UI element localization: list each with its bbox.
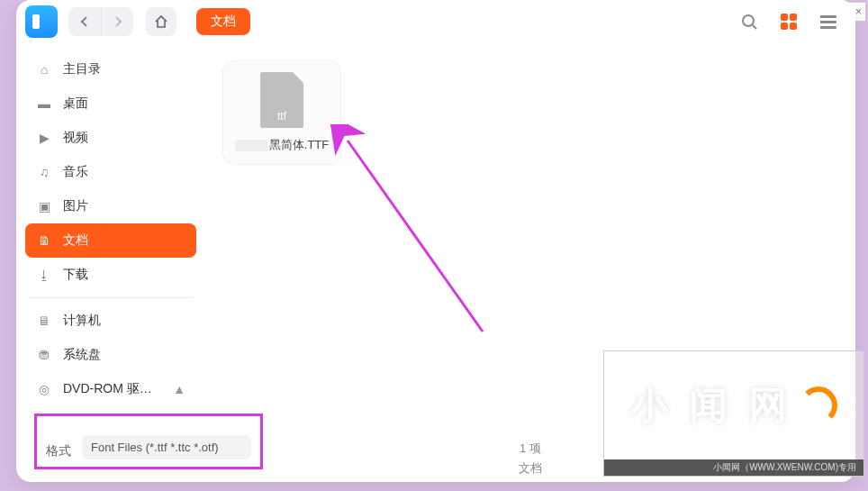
sidebar-item-label: 视频 [63,130,88,146]
eject-icon[interactable]: ▲ [173,382,185,396]
sidebar-device-label: 计算机 [63,313,101,329]
sidebar-device-1[interactable]: ⛃系统盘 [25,338,196,372]
sidebar-item-6[interactable]: ⭳下载 [25,258,196,292]
format-dropdown[interactable]: Font Files (*.ttf *.ttc *.otf) [82,435,251,459]
sidebar-item-1[interactable]: ▬桌面 [25,86,196,121]
sidebar-device-2[interactable]: ◎DVD-ROM 驱…▲ [25,372,196,406]
file-ext-badge: ttf [260,110,303,123]
tray-close-icon[interactable]: × [855,5,862,18]
file-name: 黑简体.TTF [229,137,335,153]
sidebar-device-label: DVD-ROM 驱… [63,381,152,397]
file-thumb: ttf [260,72,303,128]
sidebar-item-4[interactable]: ▣图片 [25,189,196,223]
sidebar-separator [29,297,193,298]
back-button[interactable] [68,7,101,36]
search-icon [740,13,758,31]
sidebar-item-icon: ▣ [36,199,52,214]
forward-button[interactable] [101,7,133,36]
svg-line-1 [753,25,756,29]
file-tile[interactable]: ttf 黑简体.TTF [223,61,340,164]
format-label: 格式 [46,443,71,459]
toolbar-right [738,11,846,32]
watermark-url: XWENW.COM [776,443,857,454]
sidebar-item-0[interactable]: ⌂主目录 [25,52,196,86]
sidebar-item-label: 桌面 [63,95,88,112]
sidebar-item-icon: ⭳ [36,268,52,282]
file-name-obscured [235,140,267,151]
sidebar-item-icon: 🗎 [36,233,52,248]
sidebar-item-label: 主目录 [63,61,101,77]
svg-line-2 [348,141,483,332]
app-icon [25,5,58,38]
sidebar-item-icon: ♫ [36,165,52,179]
format-row-highlight: 格式 Font Files (*.ttf *.ttc *.otf) [34,414,263,469]
home-button[interactable] [146,7,176,36]
svg-point-0 [743,15,754,26]
toolbar: 文档 [16,0,855,43]
watermark-brand: 小 闻 网 [630,380,791,431]
sidebar-item-label: 下载 [63,267,88,283]
sidebar-device-0[interactable]: 🖥计算机 [25,304,196,338]
list-view-button[interactable] [818,11,839,32]
sidebar-item-icon: ▶ [36,131,52,145]
watermark-overlay: 小 闻 网 XWENW.COM 小闻网（WWW.XWENW.COM)专用 [603,350,864,477]
sidebar-item-icon: ▬ [36,96,52,111]
sidebar-device-label: 系统盘 [63,347,101,363]
nav-group [68,7,133,36]
grid-icon [781,14,797,30]
watermark-swirl-icon [800,386,837,424]
search-button[interactable] [738,11,760,32]
sidebar-device-icon: 🖥 [36,314,52,328]
chevron-right-icon [113,16,122,27]
home-icon [154,14,168,29]
sidebar-item-label: 文档 [63,232,88,249]
sidebar-item-label: 图片 [63,198,88,214]
chevron-left-icon [80,16,89,27]
sidebar-item-3[interactable]: ♫音乐 [25,155,196,189]
watermark-footer: 小闻网（WWW.XWENW.COM)专用 [604,459,863,476]
list-icon [820,15,836,29]
sidebar-device-icon: ◎ [36,382,52,396]
sidebar-item-5[interactable]: 🗎文档 [25,223,196,258]
sidebar-device-icon: ⛃ [36,348,52,362]
sidebar-item-label: 音乐 [63,164,88,180]
breadcrumb-current[interactable]: 文档 [196,8,250,35]
sidebar-item-icon: ⌂ [36,62,52,77]
grid-view-button[interactable] [778,11,800,32]
sidebar-item-2[interactable]: ▶视频 [25,121,196,155]
